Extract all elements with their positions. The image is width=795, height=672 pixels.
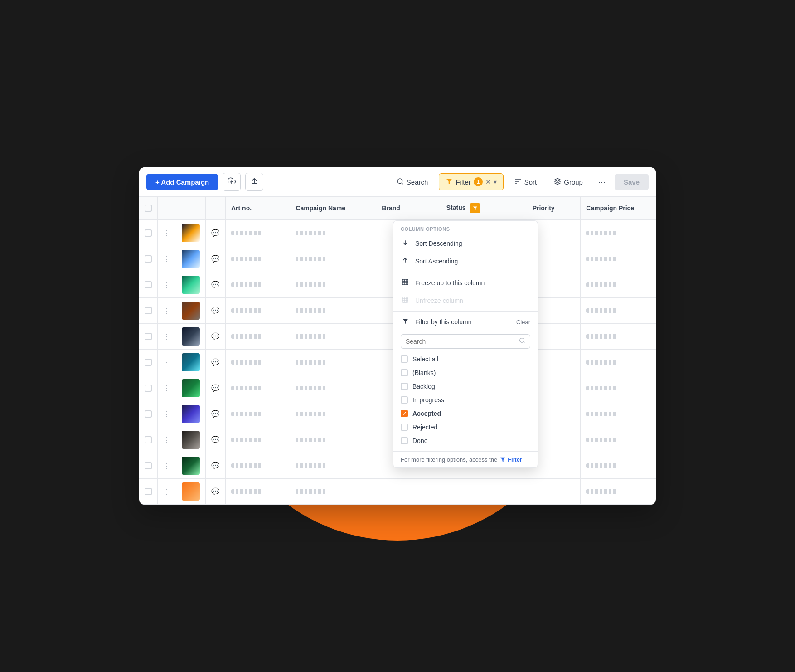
col-header-thumb — [176, 197, 206, 220]
row-checkbox-cell[interactable] — [139, 350, 158, 375]
thumbnail — [182, 431, 200, 449]
row-comment-cell[interactable]: 💬 — [206, 479, 226, 505]
row-comment-cell[interactable]: 💬 — [206, 324, 226, 350]
group-button[interactable]: Group — [548, 174, 589, 190]
filter-close-icon[interactable]: ✕ — [485, 178, 491, 185]
row-comment-cell[interactable]: 💬 — [206, 298, 226, 324]
row-checkbox-cell[interactable] — [139, 427, 158, 453]
col-header-status[interactable]: Status — [441, 197, 527, 220]
row-artno-cell — [226, 246, 290, 272]
row-drag-cell[interactable]: ⋮ — [158, 324, 176, 350]
upload-button[interactable] — [223, 173, 241, 191]
filter-search-input[interactable] — [406, 338, 515, 345]
filter-checkbox-done[interactable] — [401, 437, 408, 444]
filter-checkbox-backlog[interactable] — [401, 383, 408, 390]
unfreeze-column-option[interactable]: Unfreeze column — [393, 292, 538, 309]
row-drag-cell[interactable]: ⋮ — [158, 272, 176, 298]
row-checkbox-cell[interactable] — [139, 272, 158, 298]
row-checkbox[interactable] — [145, 255, 152, 263]
row-checkbox[interactable] — [145, 333, 152, 340]
row-drag-cell[interactable]: ⋮ — [158, 350, 176, 375]
filter-link[interactable]: Filter — [500, 456, 522, 463]
row-checkbox[interactable] — [145, 462, 152, 469]
filter-by-column-option[interactable]: Filter by this column Clear — [393, 313, 538, 331]
row-comment-cell[interactable]: 💬 — [206, 246, 226, 272]
sort-button[interactable]: Sort — [508, 174, 543, 190]
row-artno-cell — [226, 220, 290, 246]
row-comment-cell[interactable]: 💬 — [206, 350, 226, 375]
clear-filter-link[interactable]: Clear — [516, 319, 530, 326]
col-priority-label: Priority — [533, 205, 555, 212]
reorder-button[interactable] — [245, 173, 263, 191]
row-checkbox-cell[interactable] — [139, 298, 158, 324]
row-checkbox[interactable] — [145, 410, 152, 418]
row-drag-cell[interactable]: ⋮ — [158, 375, 176, 401]
row-drag-cell[interactable]: ⋮ — [158, 220, 176, 246]
more-options-button[interactable]: ⋯ — [594, 174, 610, 190]
row-checkbox[interactable] — [145, 359, 152, 366]
row-checkbox-cell[interactable] — [139, 246, 158, 272]
filter-checkbox-accepted[interactable]: ✓ — [401, 410, 408, 417]
row-checkbox[interactable] — [145, 229, 152, 237]
sort-ascending-option[interactable]: Sort Ascending — [393, 252, 538, 270]
col-header-campaign-price[interactable]: Campaign Price — [581, 197, 656, 220]
filter-item-blanks[interactable]: (Blanks) — [401, 366, 530, 380]
row-checkbox[interactable] — [145, 281, 152, 288]
filter-item-rejected[interactable]: Rejected — [401, 420, 530, 434]
artno-value — [231, 334, 263, 339]
comment-icon: 💬 — [211, 255, 220, 263]
row-checkbox[interactable] — [145, 488, 152, 495]
row-checkbox[interactable] — [145, 436, 152, 443]
status-filter-icon[interactable] — [470, 203, 480, 213]
row-drag-cell[interactable]: ⋮ — [158, 453, 176, 479]
row-drag-cell[interactable]: ⋮ — [158, 427, 176, 453]
row-checkbox-cell[interactable] — [139, 479, 158, 505]
row-drag-cell[interactable]: ⋮ — [158, 401, 176, 427]
row-drag-cell[interactable]: ⋮ — [158, 298, 176, 324]
row-checkbox-cell[interactable] — [139, 401, 158, 427]
row-checkbox[interactable] — [145, 307, 152, 314]
col-header-brand[interactable]: Brand — [376, 197, 441, 220]
filter-item-done[interactable]: Done — [401, 434, 530, 448]
row-comment-cell[interactable]: 💬 — [206, 272, 226, 298]
sort-descending-option[interactable]: Sort Descending — [393, 234, 538, 252]
drag-icon: ⋮ — [163, 229, 170, 237]
price-value — [586, 360, 618, 365]
row-thumb-cell — [176, 375, 206, 401]
filter-chevron-icon[interactable]: ▾ — [494, 178, 497, 185]
col-header-artno[interactable]: Art no. — [226, 197, 290, 220]
row-drag-cell[interactable]: ⋮ — [158, 246, 176, 272]
name-value — [296, 282, 327, 287]
filter-item-select-all[interactable]: Select all — [401, 352, 530, 366]
row-checkbox-cell[interactable] — [139, 324, 158, 350]
filter-checkbox-select-all[interactable] — [401, 355, 408, 363]
col-header-priority[interactable]: Priority — [527, 197, 581, 220]
col-header-campaign-name[interactable]: Campaign Name — [290, 197, 376, 220]
row-checkbox-cell[interactable] — [139, 453, 158, 479]
row-comment-cell[interactable]: 💬 — [206, 375, 226, 401]
select-all-checkbox[interactable] — [145, 205, 152, 212]
col-header-select-all[interactable] — [139, 197, 158, 220]
filter-button[interactable]: Filter 1 ✕ ▾ — [439, 173, 503, 190]
filter-checkbox-blanks[interactable] — [401, 369, 408, 376]
row-comment-cell[interactable]: 💬 — [206, 401, 226, 427]
row-checkbox-cell[interactable] — [139, 220, 158, 246]
row-checkbox-cell[interactable] — [139, 375, 158, 401]
freeze-column-option[interactable]: Freeze up to this column — [393, 274, 538, 292]
row-comment-cell[interactable]: 💬 — [206, 220, 226, 246]
row-checkbox[interactable] — [145, 385, 152, 392]
filter-item-backlog[interactable]: Backlog — [401, 380, 530, 393]
row-comment-cell[interactable]: 💬 — [206, 427, 226, 453]
filter-item-accepted[interactable]: ✓ Accepted — [401, 407, 530, 420]
row-price-cell — [581, 375, 656, 401]
filter-item-in-progress[interactable]: In progress — [401, 393, 530, 407]
drag-icon: ⋮ — [163, 307, 170, 315]
filter-checkbox-rejected[interactable] — [401, 424, 408, 431]
artno-value — [231, 438, 263, 442]
add-campaign-button[interactable]: + Add Campaign — [146, 174, 218, 190]
filter-label-backlog: Backlog — [412, 383, 435, 390]
row-comment-cell[interactable]: 💬 — [206, 453, 226, 479]
search-button[interactable]: Search — [390, 174, 435, 190]
filter-checkbox-in-progress[interactable] — [401, 396, 408, 404]
row-drag-cell[interactable]: ⋮ — [158, 479, 176, 505]
